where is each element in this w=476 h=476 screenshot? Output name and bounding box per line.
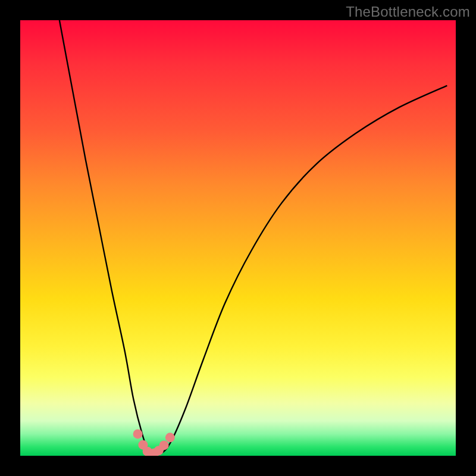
curve-svg xyxy=(20,20,456,456)
plot-area xyxy=(20,20,456,456)
bottleneck-curve xyxy=(60,20,447,454)
highlight-dot xyxy=(165,433,175,442)
chart-frame: TheBottleneck.com xyxy=(0,0,476,476)
curve-path xyxy=(60,20,447,454)
watermark-text: TheBottleneck.com xyxy=(346,4,470,20)
highlight-dot xyxy=(133,429,143,439)
highlight-dot xyxy=(159,440,169,450)
highlight-dots xyxy=(133,429,175,456)
